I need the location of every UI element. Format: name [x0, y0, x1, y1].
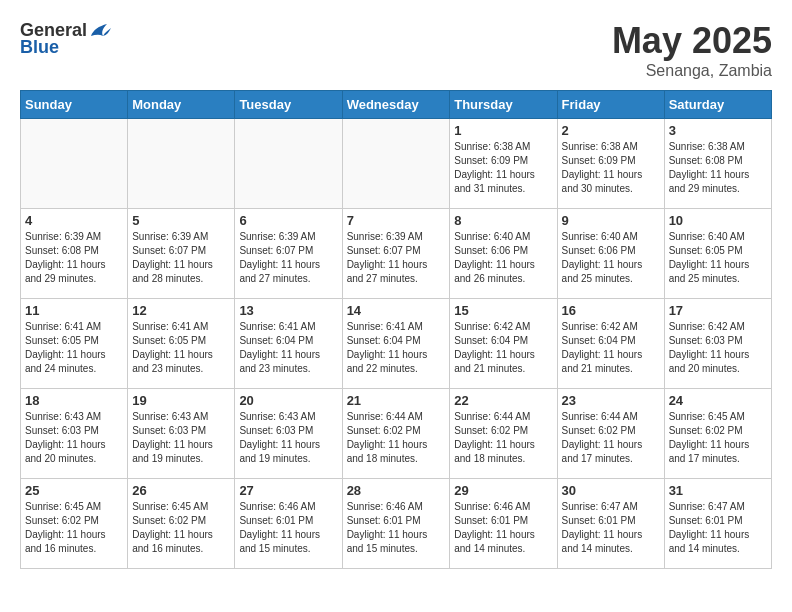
calendar: SundayMondayTuesdayWednesdayThursdayFrid… — [20, 90, 772, 569]
week-row-1: 1Sunrise: 6:38 AM Sunset: 6:09 PM Daylig… — [21, 119, 772, 209]
calendar-cell: 30Sunrise: 6:47 AM Sunset: 6:01 PM Dayli… — [557, 479, 664, 569]
day-info: Sunrise: 6:40 AM Sunset: 6:06 PM Dayligh… — [562, 230, 660, 286]
day-number: 17 — [669, 303, 767, 318]
calendar-cell: 29Sunrise: 6:46 AM Sunset: 6:01 PM Dayli… — [450, 479, 557, 569]
day-number: 12 — [132, 303, 230, 318]
day-info: Sunrise: 6:38 AM Sunset: 6:08 PM Dayligh… — [669, 140, 767, 196]
calendar-cell: 2Sunrise: 6:38 AM Sunset: 6:09 PM Daylig… — [557, 119, 664, 209]
day-number: 31 — [669, 483, 767, 498]
day-info: Sunrise: 6:42 AM Sunset: 6:04 PM Dayligh… — [562, 320, 660, 376]
day-number: 28 — [347, 483, 446, 498]
weekday-header-saturday: Saturday — [664, 91, 771, 119]
weekday-header-tuesday: Tuesday — [235, 91, 342, 119]
day-number: 3 — [669, 123, 767, 138]
calendar-cell: 14Sunrise: 6:41 AM Sunset: 6:04 PM Dayli… — [342, 299, 450, 389]
day-info: Sunrise: 6:43 AM Sunset: 6:03 PM Dayligh… — [239, 410, 337, 466]
day-info: Sunrise: 6:45 AM Sunset: 6:02 PM Dayligh… — [132, 500, 230, 556]
day-number: 21 — [347, 393, 446, 408]
day-info: Sunrise: 6:39 AM Sunset: 6:07 PM Dayligh… — [347, 230, 446, 286]
calendar-cell: 11Sunrise: 6:41 AM Sunset: 6:05 PM Dayli… — [21, 299, 128, 389]
day-number: 30 — [562, 483, 660, 498]
day-number: 5 — [132, 213, 230, 228]
day-number: 1 — [454, 123, 552, 138]
calendar-cell: 27Sunrise: 6:46 AM Sunset: 6:01 PM Dayli… — [235, 479, 342, 569]
calendar-cell: 31Sunrise: 6:47 AM Sunset: 6:01 PM Dayli… — [664, 479, 771, 569]
calendar-cell: 23Sunrise: 6:44 AM Sunset: 6:02 PM Dayli… — [557, 389, 664, 479]
day-number: 20 — [239, 393, 337, 408]
day-number: 14 — [347, 303, 446, 318]
day-number: 19 — [132, 393, 230, 408]
day-number: 6 — [239, 213, 337, 228]
calendar-cell: 7Sunrise: 6:39 AM Sunset: 6:07 PM Daylig… — [342, 209, 450, 299]
calendar-cell: 5Sunrise: 6:39 AM Sunset: 6:07 PM Daylig… — [128, 209, 235, 299]
week-row-5: 25Sunrise: 6:45 AM Sunset: 6:02 PM Dayli… — [21, 479, 772, 569]
weekday-header-wednesday: Wednesday — [342, 91, 450, 119]
day-number: 4 — [25, 213, 123, 228]
calendar-cell — [235, 119, 342, 209]
calendar-cell: 25Sunrise: 6:45 AM Sunset: 6:02 PM Dayli… — [21, 479, 128, 569]
calendar-cell: 6Sunrise: 6:39 AM Sunset: 6:07 PM Daylig… — [235, 209, 342, 299]
day-number: 24 — [669, 393, 767, 408]
day-info: Sunrise: 6:40 AM Sunset: 6:06 PM Dayligh… — [454, 230, 552, 286]
logo-blue: Blue — [20, 37, 59, 58]
calendar-cell: 19Sunrise: 6:43 AM Sunset: 6:03 PM Dayli… — [128, 389, 235, 479]
week-row-2: 4Sunrise: 6:39 AM Sunset: 6:08 PM Daylig… — [21, 209, 772, 299]
day-number: 9 — [562, 213, 660, 228]
day-number: 18 — [25, 393, 123, 408]
calendar-cell: 12Sunrise: 6:41 AM Sunset: 6:05 PM Dayli… — [128, 299, 235, 389]
calendar-cell — [342, 119, 450, 209]
calendar-cell: 17Sunrise: 6:42 AM Sunset: 6:03 PM Dayli… — [664, 299, 771, 389]
day-info: Sunrise: 6:41 AM Sunset: 6:04 PM Dayligh… — [347, 320, 446, 376]
day-number: 15 — [454, 303, 552, 318]
day-info: Sunrise: 6:40 AM Sunset: 6:05 PM Dayligh… — [669, 230, 767, 286]
day-info: Sunrise: 6:44 AM Sunset: 6:02 PM Dayligh… — [562, 410, 660, 466]
calendar-cell: 18Sunrise: 6:43 AM Sunset: 6:03 PM Dayli… — [21, 389, 128, 479]
calendar-cell: 4Sunrise: 6:39 AM Sunset: 6:08 PM Daylig… — [21, 209, 128, 299]
day-number: 22 — [454, 393, 552, 408]
weekday-header-thursday: Thursday — [450, 91, 557, 119]
day-info: Sunrise: 6:45 AM Sunset: 6:02 PM Dayligh… — [25, 500, 123, 556]
day-number: 13 — [239, 303, 337, 318]
day-info: Sunrise: 6:46 AM Sunset: 6:01 PM Dayligh… — [454, 500, 552, 556]
day-info: Sunrise: 6:38 AM Sunset: 6:09 PM Dayligh… — [454, 140, 552, 196]
day-info: Sunrise: 6:41 AM Sunset: 6:04 PM Dayligh… — [239, 320, 337, 376]
day-number: 7 — [347, 213, 446, 228]
day-number: 29 — [454, 483, 552, 498]
calendar-cell — [21, 119, 128, 209]
calendar-cell — [128, 119, 235, 209]
day-number: 27 — [239, 483, 337, 498]
calendar-cell: 8Sunrise: 6:40 AM Sunset: 6:06 PM Daylig… — [450, 209, 557, 299]
weekday-header-sunday: Sunday — [21, 91, 128, 119]
month-title: May 2025 — [612, 20, 772, 62]
day-number: 11 — [25, 303, 123, 318]
day-info: Sunrise: 6:43 AM Sunset: 6:03 PM Dayligh… — [132, 410, 230, 466]
day-info: Sunrise: 6:42 AM Sunset: 6:03 PM Dayligh… — [669, 320, 767, 376]
calendar-cell: 28Sunrise: 6:46 AM Sunset: 6:01 PM Dayli… — [342, 479, 450, 569]
day-info: Sunrise: 6:47 AM Sunset: 6:01 PM Dayligh… — [669, 500, 767, 556]
day-info: Sunrise: 6:39 AM Sunset: 6:07 PM Dayligh… — [132, 230, 230, 286]
day-info: Sunrise: 6:46 AM Sunset: 6:01 PM Dayligh… — [347, 500, 446, 556]
location-title: Senanga, Zambia — [612, 62, 772, 80]
calendar-cell: 24Sunrise: 6:45 AM Sunset: 6:02 PM Dayli… — [664, 389, 771, 479]
logo: General Blue — [20, 20, 111, 58]
calendar-cell: 20Sunrise: 6:43 AM Sunset: 6:03 PM Dayli… — [235, 389, 342, 479]
day-info: Sunrise: 6:38 AM Sunset: 6:09 PM Dayligh… — [562, 140, 660, 196]
weekday-header-friday: Friday — [557, 91, 664, 119]
day-number: 10 — [669, 213, 767, 228]
day-info: Sunrise: 6:39 AM Sunset: 6:08 PM Dayligh… — [25, 230, 123, 286]
weekday-header-monday: Monday — [128, 91, 235, 119]
day-info: Sunrise: 6:41 AM Sunset: 6:05 PM Dayligh… — [25, 320, 123, 376]
week-row-4: 18Sunrise: 6:43 AM Sunset: 6:03 PM Dayli… — [21, 389, 772, 479]
calendar-cell: 26Sunrise: 6:45 AM Sunset: 6:02 PM Dayli… — [128, 479, 235, 569]
day-number: 16 — [562, 303, 660, 318]
calendar-cell: 1Sunrise: 6:38 AM Sunset: 6:09 PM Daylig… — [450, 119, 557, 209]
calendar-cell: 3Sunrise: 6:38 AM Sunset: 6:08 PM Daylig… — [664, 119, 771, 209]
day-number: 26 — [132, 483, 230, 498]
day-number: 2 — [562, 123, 660, 138]
day-number: 8 — [454, 213, 552, 228]
calendar-cell: 16Sunrise: 6:42 AM Sunset: 6:04 PM Dayli… — [557, 299, 664, 389]
calendar-cell: 21Sunrise: 6:44 AM Sunset: 6:02 PM Dayli… — [342, 389, 450, 479]
day-info: Sunrise: 6:44 AM Sunset: 6:02 PM Dayligh… — [454, 410, 552, 466]
day-info: Sunrise: 6:46 AM Sunset: 6:01 PM Dayligh… — [239, 500, 337, 556]
week-row-3: 11Sunrise: 6:41 AM Sunset: 6:05 PM Dayli… — [21, 299, 772, 389]
